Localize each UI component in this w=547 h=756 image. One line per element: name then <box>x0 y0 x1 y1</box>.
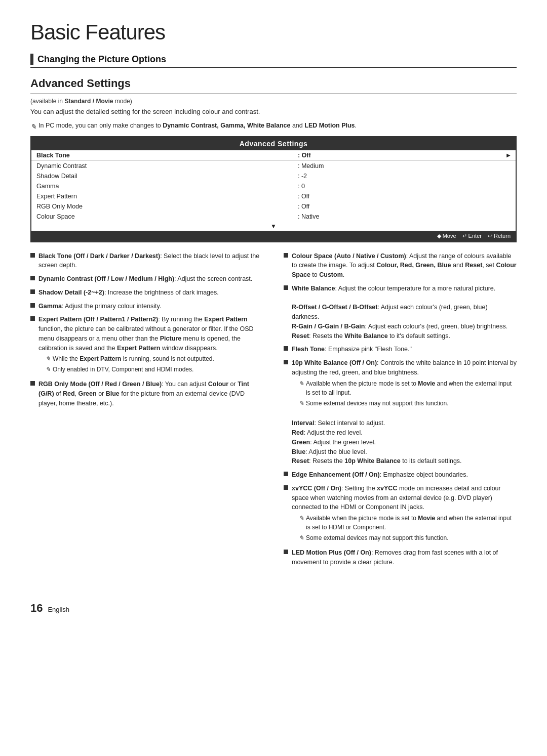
menu-row-expert-pattern: Expert Pattern : Off <box>31 191 516 201</box>
bullet-icon-rgb-only-mode <box>30 381 35 386</box>
footer-move: ◆ Move <box>437 233 456 239</box>
menu-empty-shadow-detail <box>449 171 516 181</box>
sub-note-icon-xvycc-1: ✎ <box>299 514 304 523</box>
section-header-text: Changing the Picture Options <box>37 54 166 65</box>
bullet-text-xvycc: xvYCC (Off / On): Setting the xvYCC mode… <box>292 484 517 544</box>
sub-note-text-10p-1: Available when the picture mode is set t… <box>306 379 517 397</box>
menu-label-gamma: Gamma <box>31 181 293 191</box>
bullet-icon-black-tone <box>30 253 35 258</box>
menu-label-rgb-only-mode: RGB Only Mode <box>31 201 293 212</box>
menu-label-dynamic-contrast: Dynamic Contrast <box>31 160 293 171</box>
bullet-text-gamma: Gamma: Adjust the primary colour intensi… <box>38 302 263 311</box>
menu-row-rgb-only-mode: RGB Only Mode : Off <box>31 201 516 212</box>
sub-note-icon-1: ✎ <box>46 354 51 363</box>
sub-note-icon-2: ✎ <box>46 365 51 374</box>
menu-value-gamma: : 0 <box>293 181 449 191</box>
sub-note-text-10p-2: Some external devices may not support th… <box>306 399 448 408</box>
menu-empty-dynamic-contrast <box>449 160 516 171</box>
bullet-text-shadow-detail: Shadow Detail (-2~+2): Increase the brig… <box>38 288 263 298</box>
sub-note-icon-10p-1: ✎ <box>299 379 304 388</box>
bullet-text-expert-pattern: Expert Pattern (Off / Pattern1 / Pattern… <box>38 315 263 375</box>
pc-mode-note: ✎ In PC mode, you can only make changes … <box>30 121 517 132</box>
menu-empty-gamma <box>449 181 516 191</box>
menu-row-dynamic-contrast: Dynamic Contrast : Medium <box>31 160 516 171</box>
bullet-icon-gamma <box>30 303 35 308</box>
footer-language: English <box>48 606 69 613</box>
menu-label-expert-pattern: Expert Pattern <box>31 191 293 201</box>
bullet-icon-colour-space <box>284 253 288 258</box>
bullet-text-10p-white-balance: 10p White Balance (Off / On): Controls t… <box>292 358 517 466</box>
bullet-text-black-tone: Black Tone (Off / Dark / Darker / Darkes… <box>38 251 263 271</box>
bullet-rgb-only-mode: RGB Only Mode (Off / Red / Green / Blue)… <box>30 380 263 408</box>
bullet-expert-pattern: Expert Pattern (Off / Pattern1 / Pattern… <box>30 315 263 375</box>
bullet-icon-expert-pattern <box>30 316 35 321</box>
menu-value-expert-pattern: : Off <box>293 191 449 201</box>
sub-note-xvycc-1: ✎ Available when the picture mode is set… <box>299 514 517 532</box>
bullet-icon-dynamic-contrast <box>30 276 35 280</box>
advanced-settings-menu: Advanced Settings Black Tone : Off ► Dyn… <box>30 136 517 242</box>
bullet-icon-white-balance <box>284 285 288 290</box>
sub-note-text-1: While the Expert Pattern is running, sou… <box>53 354 214 363</box>
sub-note-10p-2: ✎ Some external devices may not support … <box>299 399 517 408</box>
left-column: Black Tone (Off / Dark / Darker / Darkes… <box>30 251 263 571</box>
note-text: In PC mode, you can only make changes to… <box>38 121 357 131</box>
bullet-text-colour-space: Colour Space (Auto / Native / Custom): A… <box>292 251 517 280</box>
menu-row-shadow-detail: Shadow Detail : -2 <box>31 171 516 181</box>
bullet-text-flesh-tone: Flesh Tone: Emphasize pink "Flesh Tone." <box>292 345 517 354</box>
footer-return: ↩ Return <box>488 233 511 239</box>
header-bar-icon <box>30 54 33 65</box>
sub-note-xvycc-2: ✎ Some external devices may not support … <box>299 533 517 542</box>
sub-note-text-xvycc-1: Available when the picture mode is set t… <box>306 514 517 532</box>
bullet-text-white-balance: White Balance: Adjust the colour tempera… <box>292 284 517 341</box>
bullet-text-led-motion-plus: LED Motion Plus (Off / On): Removes drag… <box>292 548 517 567</box>
bullet-text-dynamic-contrast: Dynamic Contrast (Off / Low / Medium / H… <box>38 274 263 284</box>
bullet-icon-shadow-detail <box>30 289 35 294</box>
subsection-title: Advanced Settings <box>30 77 517 94</box>
sub-note-icon-xvycc-2: ✎ <box>299 533 304 542</box>
menu-table: Black Tone : Off ► Dynamic Contrast : Me… <box>31 150 516 231</box>
sub-note-expert-pattern-2: ✎ Only enabled in DTV, Component and HDM… <box>46 365 263 374</box>
bullet-shadow-detail: Shadow Detail (-2~+2): Increase the brig… <box>30 288 263 298</box>
footer-enter: ↵ Enter <box>462 233 482 239</box>
sub-note-expert-pattern-1: ✎ While the Expert Pattern is running, s… <box>46 354 263 363</box>
bullet-xvycc: xvYCC (Off / On): Setting the xvYCC mode… <box>284 484 517 544</box>
menu-title-bar: Advanced Settings <box>31 137 516 150</box>
bullet-edge-enhancement: Edge Enhancement (Off / On): Emphasize o… <box>284 470 517 480</box>
page-footer: 16 English <box>30 602 517 615</box>
menu-value-shadow-detail: : -2 <box>293 171 449 181</box>
bullet-white-balance: White Balance: Adjust the colour tempera… <box>284 284 517 341</box>
menu-row-gamma: Gamma : 0 <box>31 181 516 191</box>
bullet-icon-edge-enhancement <box>284 472 288 476</box>
bullet-gamma: Gamma: Adjust the primary colour intensi… <box>30 302 263 311</box>
sub-note-text-2: Only enabled in DTV, Component and HDMI … <box>53 365 193 374</box>
menu-empty-colour-space <box>449 212 516 222</box>
note-icon: ✎ <box>30 121 36 132</box>
menu-arrow-black-tone: ► <box>449 150 516 161</box>
bullet-led-motion-plus: LED Motion Plus (Off / On): Removes drag… <box>284 548 517 567</box>
intro-text: You can adjust the detailed setting for … <box>30 107 517 117</box>
menu-value-dynamic-contrast: : Medium <box>293 160 449 171</box>
menu-row-colour-space: Colour Space : Native <box>31 212 516 222</box>
menu-empty-rgb-only-mode <box>449 201 516 212</box>
bullet-flesh-tone: Flesh Tone: Emphasize pink "Flesh Tone." <box>284 345 517 354</box>
menu-empty-expert-pattern <box>449 191 516 201</box>
sub-note-10p-1: ✎ Available when the picture mode is set… <box>299 379 517 397</box>
menu-row-black-tone: Black Tone : Off ► <box>31 150 516 161</box>
bullet-black-tone: Black Tone (Off / Dark / Darker / Darkes… <box>30 251 263 271</box>
bullet-icon-xvycc <box>284 485 288 490</box>
menu-label-shadow-detail: Shadow Detail <box>31 171 293 181</box>
bullet-icon-flesh-tone <box>284 346 288 351</box>
page-title: Basic Features <box>30 20 517 45</box>
section-header: Changing the Picture Options <box>30 54 517 68</box>
menu-value-colour-space: : Native <box>293 212 449 222</box>
content-wrapper: Black Tone (Off / Dark / Darker / Darkes… <box>30 251 517 571</box>
bullet-colour-space: Colour Space (Auto / Native / Custom): A… <box>284 251 517 280</box>
sub-note-icon-10p-2: ✎ <box>299 399 304 408</box>
bullet-icon-led-motion-plus <box>284 550 288 554</box>
bullet-dynamic-contrast: Dynamic Contrast (Off / Low / Medium / H… <box>30 274 263 284</box>
menu-label-black-tone: Black Tone <box>31 150 293 161</box>
bullet-text-rgb-only-mode: RGB Only Mode (Off / Red / Green / Blue)… <box>38 380 263 408</box>
page-number: 16 <box>30 602 43 614</box>
menu-row-scroll: ▼ <box>31 222 516 231</box>
menu-footer: ◆ Move ↵ Enter ↩ Return <box>31 231 516 241</box>
